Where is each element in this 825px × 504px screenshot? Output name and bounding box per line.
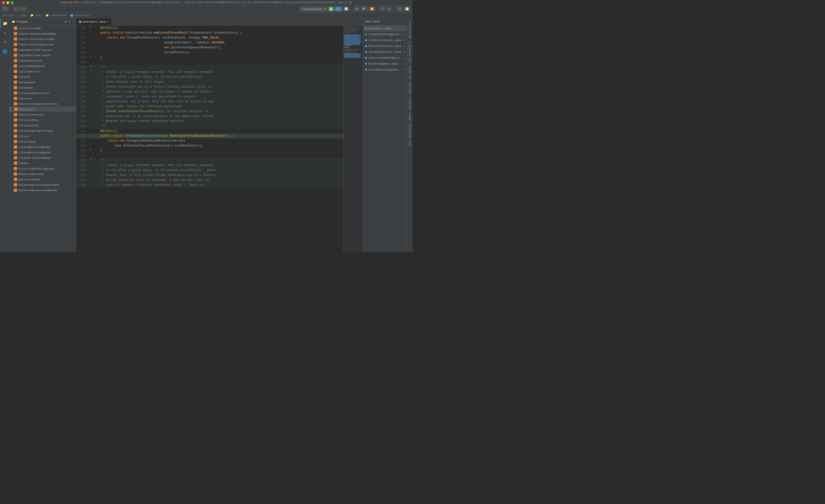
activity-project[interactable]: 📁 (0, 19, 9, 28)
right-icon-key-promoter[interactable]: Key Promoter X (408, 40, 412, 64)
open-files-list: Executors.javaSimpleBlockingQueue.ja✕Vis… (363, 25, 407, 73)
file-item-concurrentskiplistset[interactable]: JConcurrentSkipListSet (10, 42, 76, 47)
toolbar-settings-btn[interactable]: ⚙ (354, 7, 360, 11)
open-file-close-btn[interactable]: ✕ (404, 45, 405, 48)
file-item-rejectedexecutionexcepti[interactable]: JRejectedExecutionExcepti (10, 182, 76, 187)
file-icon-forkjoinworkerthread: J (14, 129, 17, 133)
toolbar-run-all-btn[interactable]: ⏩ (369, 7, 375, 11)
project-icon-layout[interactable]: ⊞ (65, 20, 67, 23)
activity-web[interactable]: 🌐 (0, 47, 9, 56)
code-editor[interactable]: 230 ▶ @NotNull() 231 public static Execu… (76, 25, 363, 252)
activity-favorites[interactable]: ★ (0, 28, 9, 37)
open-file-close-btn[interactable]: ✕ (404, 33, 405, 36)
toolbar-redo-btn[interactable]: ↪ (386, 7, 392, 11)
code-content[interactable]: 230 ▶ @NotNull() 231 public static Execu… (76, 25, 343, 252)
file-item-executionexception[interactable]: JExecutionException (10, 90, 76, 96)
open-file-concurrenthashmapjava[interactable]: ConcurrentHashMap.java✕ (363, 55, 407, 61)
toolbar-undo-btn[interactable]: ↩ (380, 7, 385, 11)
open-file-blockingqueuejava[interactable]: BlockingQueue.java✕ (363, 61, 407, 67)
toolbar-build-btn[interactable]: 🔨 (2, 7, 9, 11)
open-file-simpleblockingqueueja[interactable]: SimpleBlockingQueue.ja✕ (363, 31, 407, 37)
file-item-linkedtransferqueue[interactable]: JLinkedTransferQueue (10, 155, 76, 161)
toolbar-back-btn[interactable]: ← (13, 7, 19, 11)
fold-236[interactable]: ▶ (89, 55, 92, 58)
right-icon-plantuml[interactable]: PlantUML (408, 81, 412, 96)
file-item-phaser[interactable]: JPhaser (10, 161, 76, 166)
file-item-recursivetask[interactable]: JRecursiveTask (10, 177, 76, 182)
breadcrumb-executors[interactable]: ⬤ Executors (70, 14, 89, 17)
file-item-futuretask[interactable]: JFutureTask (10, 139, 76, 144)
file-item-copyonwritearrayset[interactable]: JCopyOnWriteArraySet (10, 53, 76, 58)
file-item-cyclicbarrier[interactable]: JCyclicBarrier (10, 69, 76, 74)
file-item-executorservice[interactable]: JExecutorService (10, 112, 76, 117)
open-file-close-btn[interactable]: ✕ (404, 57, 405, 59)
toolbar-git-btn[interactable]: ⎇ (396, 7, 403, 11)
tab-executors[interactable]: Executors.java ✕ (76, 18, 112, 25)
project-icon-close[interactable]: ✕ (72, 20, 74, 23)
open-file-dot (365, 39, 367, 41)
file-item-executors[interactable]: JExecutors (10, 106, 76, 112)
file-item-rejectedexecutionhandle[interactable]: JRejectedExecutionHandle (10, 187, 76, 193)
toolbar-maximize-btn[interactable]: ⬜ (404, 7, 410, 11)
file-item-linkedblockingdeque[interactable]: JLinkedBlockingDeque (10, 144, 76, 150)
breadcrumb-java[interactable]: ☕ java (17, 14, 27, 17)
open-file-close-btn[interactable]: ✕ (404, 51, 405, 54)
file-item-countdownlatch[interactable]: JCountDownLatch (10, 58, 76, 63)
right-icon-ant[interactable]: Ant Build (408, 64, 412, 80)
project-dropdown[interactable]: ▾ (30, 20, 32, 23)
file-item-concurrentmap[interactable]: JConcurrentMap (10, 25, 76, 31)
run-with-coverage-btn[interactable]: 📊 (343, 7, 350, 11)
open-file-visibilityissuejava[interactable]: VisibilityIssue.java✕ (363, 37, 407, 43)
fold-255[interactable]: ▶ (89, 148, 92, 151)
open-file-threadstatetestjava[interactable]: ThreadStateTest.java✕ (363, 49, 407, 55)
file-item-forkjointask[interactable]: JForkJoinTask (10, 123, 76, 128)
open-file-executorsjava[interactable]: Executors.java (363, 25, 407, 31)
file-label-forkjoinworkerthread: ForkJoinWorkerThread (19, 129, 53, 133)
file-item-copyonwritearraylist[interactable]: JCopyOnWriteArrayList (10, 47, 76, 53)
file-item-concurrentskiplistmap[interactable]: JConcurrentSkipListMap (10, 36, 76, 42)
open-file-close-btn[interactable]: ✕ (404, 62, 405, 65)
open-file-close-btn[interactable]: ✕ (404, 68, 405, 71)
project-icon-gear[interactable]: ⚙ (69, 20, 70, 23)
file-item-executor[interactable]: JExecutor (10, 96, 76, 101)
fold-230[interactable]: ▶ (89, 25, 92, 28)
file-label-delayqueue: DelayQueue (19, 81, 35, 84)
breadcrumb-srczip[interactable]: src.zip (2, 14, 13, 17)
debug-button[interactable]: 🐛 (335, 7, 342, 11)
file-item-linkedblockingqueue[interactable]: JLinkedBlockingQueue (10, 150, 76, 155)
file-icon-recursiveaction: J (14, 172, 17, 176)
breadcrumb-util[interactable]: 📁 util (30, 14, 42, 17)
file-item-exchanger[interactable]: JExchanger (10, 85, 76, 90)
fold-257[interactable]: ▼ (89, 158, 92, 161)
file-item-concurrentnavigablemap[interactable]: JConcurrentNavigableMap (10, 31, 76, 36)
open-file-arrayblockingqueuejava[interactable]: ArrayBlockingQueue.java✕ (363, 67, 407, 73)
file-item-forkjoinpool[interactable]: JForkJoinPool (10, 117, 76, 123)
close-button[interactable] (2, 1, 5, 4)
file-item-delayed[interactable]: JDelayed (10, 74, 76, 80)
fold-238[interactable]: ▼ (89, 65, 92, 68)
open-file-close-btn[interactable]: ✕ (404, 39, 405, 42)
code-line-243: 243 * shutdown, a new one will take its … (76, 89, 343, 94)
file-item-executorcompletionservi[interactable]: JExecutorCompletionServi (10, 101, 76, 106)
code-line-238: 238 ▼ /** (76, 65, 343, 70)
toolbar-find-btn[interactable]: 🔍 (361, 7, 368, 11)
toolbar-forward-btn[interactable]: → (20, 7, 26, 11)
file-item-priorityblockingqueue[interactable]: JPriorityBlockingQueue (10, 166, 76, 171)
activity-structure[interactable]: ≡ (0, 38, 9, 47)
file-item-future[interactable]: JFuture (10, 134, 76, 139)
run-config-select[interactable]: ThreadStateTest (299, 7, 327, 11)
right-icon-bean[interactable]: Bean Validation (408, 122, 412, 147)
file-item-forkjoinworkerthread[interactable]: JForkJoinWorkerThread (10, 128, 76, 134)
tab-executors-close[interactable]: ✕ (107, 20, 108, 23)
minimize-button[interactable] (6, 1, 9, 4)
right-icon-rest[interactable]: RestServices (408, 19, 412, 40)
open-file-executorservicejava[interactable]: ExecutorService.java✕ (363, 43, 407, 49)
breadcrumb-concurrent[interactable]: 📁 concurrent (46, 14, 67, 17)
file-item-countedcompleter[interactable]: JCountedCompleter (10, 63, 76, 69)
right-icon-database[interactable]: Database (408, 96, 412, 111)
maximize-button[interactable] (11, 1, 14, 4)
right-icon-maven[interactable]: Maven (408, 111, 412, 122)
file-item-delayqueue[interactable]: JDelayQueue (10, 80, 76, 85)
file-item-recursiveaction[interactable]: JRecursiveAction (10, 171, 76, 177)
run-button[interactable]: ▶ (328, 7, 334, 11)
